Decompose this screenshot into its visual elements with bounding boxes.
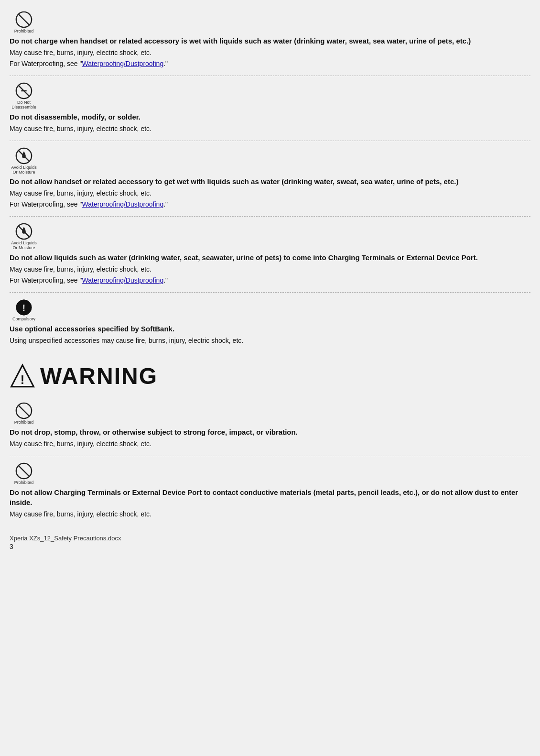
svg-text:!: !	[22, 303, 25, 313]
section-1-link[interactable]: Waterproofing/Dustproofing	[82, 60, 164, 67]
section-4-body: Do not allow liquids such as water (drin…	[10, 252, 530, 285]
section-3-icon: Avoid Liquids Or Moisture	[10, 147, 38, 175]
section-7-title: Do not allow Charging Terminals or Exter…	[10, 487, 530, 507]
warning-label: WARNING	[40, 363, 158, 389]
svg-text:!: !	[21, 373, 24, 386]
section-3-icon-label: Avoid Liquids Or Moisture	[11, 165, 36, 175]
section-2-icon-area: Do Not Disassemble	[10, 82, 530, 110]
page: ProhibitedDo not charge when handset or …	[0, 0, 540, 560]
section-1-line-1: For Waterproofing, see "Waterproofing/Du…	[10, 59, 530, 69]
section-5-icon: ! Compulsory	[10, 298, 38, 322]
section-4-icon-label: Avoid Liquids Or Moisture	[11, 241, 36, 251]
footer-page: 3	[10, 543, 530, 550]
footer: Xperia XZs_12_Safety Precautions.docx 3	[10, 535, 530, 550]
section-3-body: Do not allow handset or related accessor…	[10, 176, 530, 209]
section-1-icon: Prohibited	[10, 11, 38, 34]
section-7-line-0: May cause fire, burns, injury, electric …	[10, 509, 530, 519]
section-1-icon-area: Prohibited	[10, 11, 530, 34]
svg-line-1	[19, 14, 30, 25]
warning-banner: ! WARNING	[10, 361, 530, 391]
section-6-icon-area: Prohibited	[10, 402, 530, 425]
section-3-title: Do not allow handset or related accessor…	[10, 176, 530, 186]
section-1-icon-label: Prohibited	[14, 29, 34, 34]
section-6-icon: Prohibited	[10, 402, 38, 425]
sections-before-warning: ProhibitedDo not charge when handset or …	[10, 5, 530, 352]
section-1-title: Do not charge when handset or related ac…	[10, 36, 530, 46]
section-1: ProhibitedDo not charge when handset or …	[10, 5, 530, 76]
svg-line-14	[19, 405, 30, 416]
section-1-body: Do not charge when handset or related ac…	[10, 36, 530, 69]
section-7: ProhibitedDo not allow Charging Terminal…	[10, 456, 530, 526]
section-2: Do Not DisassembleDo not disassemble, mo…	[10, 76, 530, 141]
section-2-body: Do not disassemble, modify, or solder.Ma…	[10, 112, 530, 134]
section-2-icon: Do Not Disassemble	[10, 82, 38, 110]
section-6-icon-label: Prohibited	[14, 420, 34, 425]
svg-line-16	[19, 466, 30, 477]
section-3-link[interactable]: Waterproofing/Dustproofing	[82, 200, 164, 208]
section-3-icon-area: Avoid Liquids Or Moisture	[10, 147, 530, 175]
section-2-icon-label: Do Not Disassemble	[11, 100, 36, 110]
section-4-icon: Avoid Liquids Or Moisture	[10, 222, 38, 251]
section-7-icon-area: Prohibited	[10, 462, 530, 485]
section-5-line-0: Using unspecified accessories may cause …	[10, 336, 530, 346]
section-3-line-0: May cause fire, burns, injury, electric …	[10, 188, 530, 198]
section-6-line-0: May cause fire, burns, injury, electric …	[10, 439, 530, 449]
section-6: ProhibitedDo not drop, stomp, throw, or …	[10, 396, 530, 456]
section-4-link[interactable]: Waterproofing/Dustproofing	[82, 276, 164, 284]
section-1-line-0: May cause fire, burns, injury, electric …	[10, 48, 530, 58]
footer-filename: Xperia XZs_12_Safety Precautions.docx	[10, 535, 530, 542]
sections-after-warning: ProhibitedDo not drop, stomp, throw, or …	[10, 396, 530, 526]
section-7-icon: Prohibited	[10, 462, 38, 485]
section-3: Avoid Liquids Or MoistureDo not allow ha…	[10, 141, 530, 217]
section-5-icon-label: Compulsory	[12, 317, 35, 322]
section-5-icon-area: ! Compulsory	[10, 298, 530, 322]
section-4-line-1: For Waterproofing, see "Waterproofing/Du…	[10, 275, 530, 285]
section-2-title: Do not disassemble, modify, or solder.	[10, 112, 530, 122]
section-6-body: Do not drop, stomp, throw, or otherwise …	[10, 427, 530, 449]
section-4-icon-area: Avoid Liquids Or Moisture	[10, 222, 530, 251]
section-5: ! CompulsoryUse optional accessories spe…	[10, 293, 530, 352]
section-4-line-0: May cause fire, burns, injury, electric …	[10, 264, 530, 274]
section-4: Avoid Liquids Or MoistureDo not allow li…	[10, 217, 530, 293]
warning-triangle-icon: !	[10, 363, 35, 389]
section-6-title: Do not drop, stomp, throw, or otherwise …	[10, 427, 530, 437]
section-3-line-1: For Waterproofing, see "Waterproofing/Du…	[10, 199, 530, 209]
section-2-line-0: May cause fire, burns, injury, electric …	[10, 124, 530, 134]
section-7-icon-label: Prohibited	[14, 481, 34, 485]
section-5-title: Use optional accessories specified by So…	[10, 324, 530, 334]
section-5-body: Use optional accessories specified by So…	[10, 324, 530, 346]
section-4-title: Do not allow liquids such as water (drin…	[10, 252, 530, 263]
section-7-body: Do not allow Charging Terminals or Exter…	[10, 487, 530, 519]
